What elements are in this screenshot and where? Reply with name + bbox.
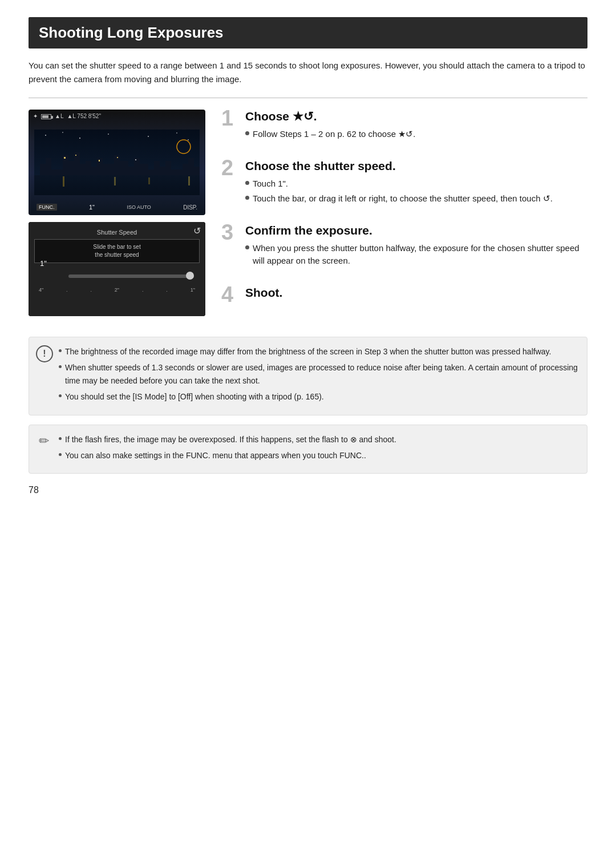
step-2-bullet-1: Touch 1". [245, 177, 587, 191]
step-2-bullet-2: Touch the bar, or drag it left or right,… [245, 192, 587, 205]
signal-icon: ▲L [55, 113, 63, 119]
star-icon: ✦ [33, 113, 38, 119]
night-city-svg [34, 130, 200, 195]
step-4-number: 4 [221, 284, 238, 305]
left-column: ✦ ▲L ▲L 752 8'52" [29, 110, 205, 323]
disp-label: DISP. [183, 204, 197, 211]
svg-point-3 [79, 138, 80, 139]
back-button-icon: ↺ [193, 225, 201, 236]
camera-screen-top: ✦ ▲L ▲L 752 8'52" [29, 110, 205, 215]
step-2-number: 2 [221, 157, 238, 179]
step-3-number: 3 [221, 221, 238, 243]
shutter-time-top: 1" [89, 204, 95, 211]
func-label: FUNC. [37, 204, 57, 211]
svg-rect-16 [99, 160, 100, 162]
step-3-content: Confirm the exposure. When you press the… [245, 224, 587, 270]
page-title: Shooting Long Exposures [29, 17, 587, 49]
iso-label: ISO AUTO [127, 204, 151, 210]
svg-rect-18 [135, 159, 136, 160]
svg-rect-10 [63, 176, 64, 187]
svg-point-2 [62, 132, 63, 133]
info-box: ! The brightness of the recorded image m… [29, 337, 587, 415]
divider [29, 98, 587, 98]
bullet-dot-icon [245, 181, 249, 185]
info-bullet-dot [59, 349, 62, 352]
svg-rect-9 [34, 175, 200, 195]
step-1-bullet-1: Follow Steps 1 – 2 on p. 62 to choose ★↺… [245, 128, 587, 141]
step-4: 4 Shoot. [221, 286, 587, 305]
camera-image-area [33, 122, 201, 203]
svg-rect-17 [117, 157, 118, 158]
step-2: 2 Choose the shutter speed. Touch 1". To… [221, 159, 587, 208]
step-2-heading: Choose the shutter speed. [245, 159, 587, 173]
step-3-heading: Confirm the exposure. [245, 224, 587, 237]
step-2-content: Choose the shutter speed. Touch 1". Touc… [245, 159, 587, 208]
camera-status-bar: ✦ ▲L ▲L 752 8'52" [33, 113, 201, 119]
svg-rect-15 [75, 155, 76, 156]
main-content: ✦ ▲L ▲L 752 8'52" [29, 110, 587, 323]
step-4-content: Shoot. [245, 286, 587, 304]
step-1: 1 Choose ★↺. Follow Steps 1 – 2 on p. 62… [221, 110, 587, 143]
intro-text: You can set the shutter speed to a range… [29, 59, 587, 86]
battery-icon [40, 113, 51, 119]
step-1-number: 1 [221, 107, 238, 129]
right-column: 1 Choose ★↺. Follow Steps 1 – 2 on p. 62… [221, 110, 587, 323]
camera-bottom-bar: FUNC. 1" ISO AUTO DISP. [33, 203, 201, 212]
shutter-slider-track[interactable] [68, 274, 194, 278]
shutter-instruction: Slide the bar to set the shutter speed [34, 239, 200, 263]
shutter-scale: 4" . . 2" . . 1" [34, 287, 200, 293]
info-bullet-3: You should set the [IS Mode] to [Off] wh… [59, 390, 578, 403]
info-bullet-2: When shutter speeds of 1.3 seconds or sl… [59, 361, 578, 387]
info-bullet-1: The brightness of the recorded image may… [59, 345, 578, 358]
info-bullet-dot [59, 365, 62, 368]
shutter-speed-label: Shutter Speed [34, 229, 200, 236]
step-1-content: Choose ★↺. Follow Steps 1 – 2 on p. 62 t… [245, 110, 587, 143]
note-bullet-2: You can also make settings in the FUNC. … [59, 449, 578, 462]
step-1-heading: Choose ★↺. [245, 110, 587, 123]
info-bullet-dot [59, 394, 62, 397]
note-box: ✏ If the flash fires, the image may be o… [29, 425, 587, 474]
svg-rect-12 [148, 177, 150, 184]
svg-point-6 [176, 132, 177, 134]
pencil-icon: ✏ [36, 433, 52, 449]
note-bullet-1: If the flash fires, the image may be ove… [59, 433, 578, 446]
step-3: 3 Confirm the exposure. When you press t… [221, 224, 587, 270]
bullet-dot-icon [245, 245, 249, 249]
shutter-time-display: 1" [40, 259, 47, 268]
bullet-dot-icon [245, 131, 249, 135]
note-bullet-dot [59, 437, 62, 440]
svg-point-4 [108, 134, 109, 135]
page-number: 78 [29, 485, 587, 495]
info-icon: ! [36, 345, 53, 362]
svg-point-5 [148, 136, 149, 137]
bullet-dot-icon [245, 196, 249, 200]
svg-point-1 [45, 135, 46, 136]
svg-point-7 [188, 139, 189, 140]
note-bullet-dot [59, 453, 62, 456]
step-4-heading: Shoot. [245, 286, 587, 300]
camera-screen-bottom: ↺ Shutter Speed Slide the bar to set the… [29, 222, 205, 316]
step-3-bullet-1: When you press the shutter button halfwa… [245, 242, 587, 268]
svg-rect-11 [114, 177, 116, 185]
shot-count: ▲L 752 8'52" [67, 113, 100, 119]
svg-rect-13 [188, 176, 190, 185]
shutter-slider-thumb[interactable] [186, 272, 194, 280]
svg-rect-14 [64, 157, 66, 159]
